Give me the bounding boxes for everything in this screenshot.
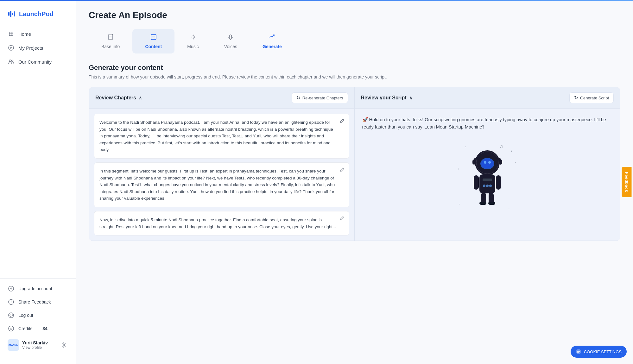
music-icon — [190, 34, 197, 42]
sidebar-nav: Home My Projects Our Community — [0, 27, 76, 278]
voices-icon — [227, 34, 234, 42]
chapter-edit-button-1[interactable] — [339, 118, 345, 125]
sidebar-item-home[interactable]: Home — [4, 27, 72, 41]
settings-button[interactable] — [59, 341, 68, 349]
svg-rect-39 — [479, 202, 486, 205]
svg-text:$: $ — [10, 327, 12, 330]
chat-icon — [576, 349, 581, 355]
chapter-item-1: Welcome to the Nadi Shodhana Pranayama p… — [94, 114, 349, 159]
svg-point-26 — [484, 161, 486, 164]
music-note-1: ♪ — [511, 148, 513, 153]
chevron-up-icon: ∧ — [139, 95, 142, 100]
svg-rect-30 — [479, 174, 495, 193]
chapters-title: Review Chapters ∧ — [95, 95, 142, 101]
svg-point-34 — [489, 185, 492, 187]
svg-point-5 — [11, 32, 13, 34]
script-panel: 🚀 Hold on to your hats, folks! Our scrip… — [355, 109, 620, 219]
regen-icon: ↻ — [296, 95, 301, 101]
generate-icon — [269, 34, 275, 42]
home-icon — [8, 30, 15, 37]
sidebar-item-share-feedback[interactable]: Share Feedback — [4, 296, 72, 308]
content-subtitle: This is a summary of how your episode wi… — [89, 74, 620, 79]
dot-3: • — [509, 207, 510, 210]
svg-rect-0 — [8, 12, 9, 16]
svg-point-21 — [193, 37, 193, 38]
step-base-info[interactable]: Base info — [89, 29, 132, 53]
chapters-header: Review Chapters ∧ ↻ Re-generate Chapters — [89, 87, 354, 109]
feedback-tab[interactable]: Feedback — [622, 167, 632, 197]
script-header: Review your Script ∧ ↻ Generate Script — [355, 87, 620, 109]
step-voices[interactable]: Voices — [212, 29, 250, 53]
profile-info: Yurii Starkiv View profile — [22, 340, 56, 350]
svg-point-4 — [9, 32, 11, 34]
svg-rect-1 — [10, 11, 11, 17]
svg-point-33 — [486, 185, 489, 187]
dot-1: • — [465, 145, 466, 148]
sidebar-item-community[interactable]: Our Community — [4, 55, 72, 68]
gen-script-icon: ↻ — [574, 95, 578, 101]
steps-nav: Base info Content Music — [89, 29, 620, 53]
svg-rect-29 — [499, 160, 502, 165]
script-message: 🚀 Hold on to your hats, folks! Our scrip… — [362, 116, 613, 131]
step-content[interactable]: Content — [132, 29, 174, 53]
base-info-icon — [107, 34, 114, 42]
profile-section: STARKIV Yurii Starkiv View profile — [4, 336, 72, 354]
step-generate[interactable]: Generate — [250, 29, 294, 53]
script-title: Review your Script ∧ — [361, 95, 412, 101]
content-icon — [150, 34, 157, 42]
gen-script-button[interactable]: ↻ Generate Script — [569, 92, 614, 103]
chapter-edit-button-2[interactable] — [339, 166, 345, 174]
regen-chapters-button[interactable]: ↻ Re-generate Chapters — [292, 92, 348, 103]
dot-2: • — [459, 203, 460, 205]
svg-point-14 — [11, 303, 11, 304]
sidebar-item-my-projects[interactable]: My Projects — [4, 41, 72, 54]
music-note-2: ♫ — [499, 144, 503, 149]
sidebar-bottom: Upgrade account Share Feedback Log out — [0, 278, 76, 358]
svg-marker-9 — [10, 47, 12, 49]
svg-rect-36 — [496, 175, 501, 190]
avatar: STARKIV — [8, 339, 19, 351]
sidebar-item-upgrade[interactable]: Upgrade account — [4, 282, 72, 295]
chapter-item-2: In this segment, let's welcome our guest… — [94, 162, 349, 207]
svg-rect-40 — [488, 202, 495, 205]
chapters-column: Review Chapters ∧ ↻ Re-generate Chapters… — [89, 87, 355, 241]
svg-point-6 — [9, 34, 11, 36]
svg-point-11 — [12, 60, 13, 62]
svg-point-27 — [488, 161, 491, 164]
page-title: Create An Episode — [89, 10, 620, 20]
svg-point-7 — [11, 34, 13, 36]
sidebar-item-log-out[interactable]: Log out — [4, 309, 72, 322]
step-music[interactable]: Music — [174, 29, 212, 53]
feedback-icon — [8, 298, 15, 305]
cookie-settings-button[interactable]: COOKIE SETTINGS — [571, 346, 627, 358]
chapters-script-panel: Review Chapters ∧ ↻ Re-generate Chapters… — [89, 87, 620, 241]
projects-icon — [8, 44, 15, 51]
community-icon — [8, 58, 15, 65]
chapter-item-3: Now, let's dive into a quick 5-minute Na… — [94, 211, 349, 235]
credits-icon: $ — [8, 325, 15, 332]
svg-point-41 — [576, 349, 581, 354]
content-header: Generate your content This is a summary … — [89, 64, 620, 79]
svg-rect-3 — [14, 11, 15, 16]
chapter-edit-button-3[interactable] — [339, 215, 345, 223]
upgrade-icon — [8, 285, 15, 292]
main-content: Create An Episode Base info Content — [76, 0, 633, 364]
robot-illustration: • ♪ ♫ • • • ♩ — [456, 142, 519, 212]
svg-rect-28 — [472, 160, 476, 165]
script-column: Review your Script ∧ ↻ Generate Script 🚀… — [355, 87, 620, 241]
sidebar: LaunchPod Home My Projects — [0, 0, 76, 364]
script-chevron-icon: ∧ — [409, 95, 412, 100]
sidebar-logo[interactable]: LaunchPod — [0, 6, 76, 27]
content-title: Generate your content — [89, 64, 620, 72]
svg-point-18 — [63, 344, 65, 346]
svg-rect-35 — [474, 175, 479, 190]
svg-point-10 — [9, 60, 11, 62]
svg-rect-31 — [483, 179, 492, 181]
chapter-list: Welcome to the Nadi Shodhana Pranayama p… — [89, 109, 354, 241]
logo-icon — [8, 9, 16, 18]
logout-icon — [8, 312, 15, 319]
svg-point-32 — [483, 185, 485, 187]
music-note-3: ♩ — [457, 167, 459, 171]
robot-svg — [467, 148, 508, 205]
svg-rect-2 — [12, 13, 13, 15]
